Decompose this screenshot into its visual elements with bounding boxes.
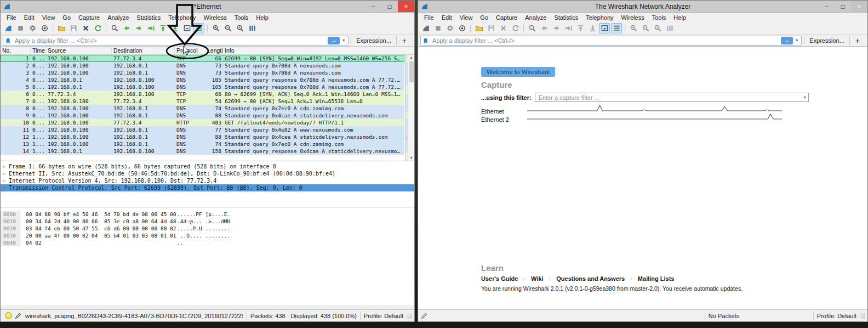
packet-row[interactable]: 20...192.168.0.100192.168.0.1DNS73Standa…: [1, 62, 404, 69]
scrollbar-thumb[interactable]: [409, 61, 414, 82]
zoom-original-icon[interactable]: [235, 23, 245, 33]
packet-row[interactable]: 121...192.168.0.100192.168.0.1DNS88Stand…: [1, 133, 404, 140]
zoom-original-icon[interactable]: [652, 23, 663, 33]
expression-button[interactable]: Expression...: [351, 37, 396, 44]
stop-capture-icon[interactable]: [432, 23, 443, 33]
zoom-out-icon[interactable]: [222, 23, 233, 33]
close-file-icon[interactable]: [498, 23, 509, 33]
column-header-length[interactable]: Length: [205, 47, 223, 54]
display-filter-box[interactable]: → ▾: [420, 36, 802, 46]
apply-filter-icon[interactable]: →: [328, 37, 340, 44]
column-header-protocol[interactable]: Protocol: [175, 47, 205, 54]
column-header-source[interactable]: Source: [46, 47, 112, 54]
packet-row[interactable]: 110...192.168.0.100192.168.0.1DNS77Stand…: [1, 126, 404, 133]
minimize-button[interactable]: –: [818, 1, 835, 12]
resize-grip[interactable]: [407, 313, 412, 319]
packet-list-scrollbar[interactable]: ▲ ▼: [408, 55, 414, 161]
add-filter-button[interactable]: +: [849, 36, 865, 45]
go-to-packet-icon[interactable]: [145, 23, 156, 33]
interface-row-ethernet-2[interactable]: Ethernet 2: [481, 115, 782, 123]
menu-wireless[interactable]: Wireless: [200, 14, 231, 21]
scroll-down-icon[interactable]: ▼: [408, 156, 414, 160]
expert-info-icon[interactable]: [5, 312, 12, 319]
link-user-s-guide[interactable]: User's Guide: [481, 275, 518, 282]
stop-capture-icon[interactable]: [15, 23, 26, 33]
menu-file[interactable]: File: [3, 14, 20, 21]
resize-columns-icon[interactable]: [247, 23, 258, 33]
reload-file-icon[interactable]: [510, 23, 521, 33]
go-to-top-icon[interactable]: [157, 23, 168, 33]
hex-row[interactable]: 002003 04 f4 eb 00 50 d7 55 c6 d6 00 00 …: [1, 225, 414, 232]
resize-grip[interactable]: [860, 313, 865, 319]
menu-edit[interactable]: Edit: [438, 14, 456, 21]
menu-tools[interactable]: Tools: [648, 14, 670, 21]
colorize-icon[interactable]: [193, 23, 204, 33]
packet-row[interactable]: 90...192.168.0.100192.168.0.1DNS88Standa…: [1, 112, 404, 119]
link-wiki[interactable]: Wiki: [531, 275, 544, 282]
close-button[interactable]: ×: [398, 1, 414, 12]
capture-options-icon[interactable]: [444, 23, 455, 33]
menu-telephony[interactable]: Telephony: [582, 14, 617, 21]
save-file-icon[interactable]: [68, 23, 79, 33]
menu-telephony[interactable]: Telephony: [164, 14, 199, 21]
restart-capture-icon[interactable]: [456, 23, 467, 33]
packet-list-header[interactable]: No.TimeSourceDestinationProtocolLengthIn…: [1, 47, 414, 55]
restart-capture-icon[interactable]: [39, 23, 50, 33]
find-packet-icon[interactable]: [527, 23, 538, 33]
reload-file-icon[interactable]: [92, 23, 103, 33]
scroll-up-icon[interactable]: ▲: [408, 55, 414, 60]
zoom-in-icon[interactable]: [210, 23, 221, 33]
menu-edit[interactable]: Edit: [20, 14, 38, 21]
link-questions-and-answers[interactable]: Questions and Answers: [556, 275, 625, 282]
go-to-bottom-icon[interactable]: [169, 23, 180, 33]
start-capture-icon[interactable]: [3, 23, 14, 33]
titlebar[interactable]: The Wireshark Network Analyzer – □ ×: [418, 1, 867, 13]
capture-filter-box[interactable]: ▾: [535, 93, 809, 102]
column-header-no[interactable]: No.: [1, 47, 31, 54]
save-file-icon[interactable]: [486, 23, 496, 33]
menu-capture[interactable]: Capture: [75, 14, 104, 21]
go-to-top-icon[interactable]: [575, 23, 586, 33]
open-file-icon[interactable]: [473, 23, 484, 33]
packet-row[interactable]: 50...192.168.0.1192.168.0.100DNS105Stand…: [1, 83, 404, 91]
column-header-time[interactable]: Time: [31, 47, 46, 54]
display-filter-box[interactable]: → ▾: [3, 36, 349, 46]
menu-go[interactable]: Go: [476, 14, 492, 21]
capture-filter-input[interactable]: [538, 94, 804, 101]
go-back-icon[interactable]: [121, 23, 132, 33]
filter-history-caret-icon[interactable]: ▾: [341, 38, 346, 43]
hex-row[interactable]: 000000 0d 88 90 bf e4 50 46 5d 70 bd de …: [1, 211, 414, 218]
menu-help[interactable]: Help: [670, 14, 690, 21]
find-packet-icon[interactable]: [109, 23, 120, 33]
open-file-icon[interactable]: [56, 23, 67, 33]
go-forward-icon[interactable]: [133, 23, 144, 33]
menu-file[interactable]: File: [420, 14, 438, 21]
menu-analyze[interactable]: Analyze: [521, 14, 550, 21]
link-mailing-lists[interactable]: Mailing Lists: [638, 275, 675, 282]
menu-go[interactable]: Go: [59, 14, 75, 21]
filter-history-caret-icon[interactable]: ▾: [794, 38, 800, 43]
menu-statistics[interactable]: Statistics: [550, 14, 582, 21]
packet-row[interactable]: 30...192.168.0.100192.168.0.1DNS73Standa…: [1, 69, 404, 76]
zoom-out-icon[interactable]: [640, 23, 651, 33]
close-button[interactable]: ×: [851, 1, 867, 12]
annotate-pencil-icon[interactable]: [420, 312, 428, 320]
column-header-destination[interactable]: Destination: [112, 47, 175, 54]
go-back-icon[interactable]: [539, 23, 550, 33]
packet-row[interactable]: 10...192.168.0.10077.72.3.4TCP6662699 → …: [1, 55, 404, 62]
menu-view[interactable]: View: [456, 14, 477, 21]
bookmark-icon[interactable]: [5, 37, 12, 44]
packet-row[interactable]: 141...192.168.0.1192.168.0.100DNS156Stan…: [1, 148, 404, 155]
packet-row[interactable]: 100...192.168.0.10077.72.3.4HTTP403GET /…: [1, 119, 404, 126]
annotate-pencil-icon[interactable]: [14, 312, 22, 320]
menu-help[interactable]: Help: [252, 14, 272, 21]
maximize-button[interactable]: □: [835, 1, 851, 12]
titlebar[interactable]: *Ethernet – □ ×: [1, 1, 414, 13]
auto-scroll-icon[interactable]: [181, 23, 192, 33]
packet-row[interactable]: 60...77.72.3.4192.168.0.100TCP6680 → 626…: [1, 91, 404, 98]
hex-row[interactable]: 003020 00 aa 4f 00 00 02 04 05 b4 01 03 …: [1, 232, 414, 239]
resize-columns-icon[interactable]: [664, 23, 675, 33]
auto-scroll-icon[interactable]: [599, 23, 610, 33]
go-to-packet-icon[interactable]: [563, 23, 574, 33]
detail-row[interactable]: ▷Ethernet II, Src: AsustekC_70:bd:de (50…: [1, 170, 414, 177]
